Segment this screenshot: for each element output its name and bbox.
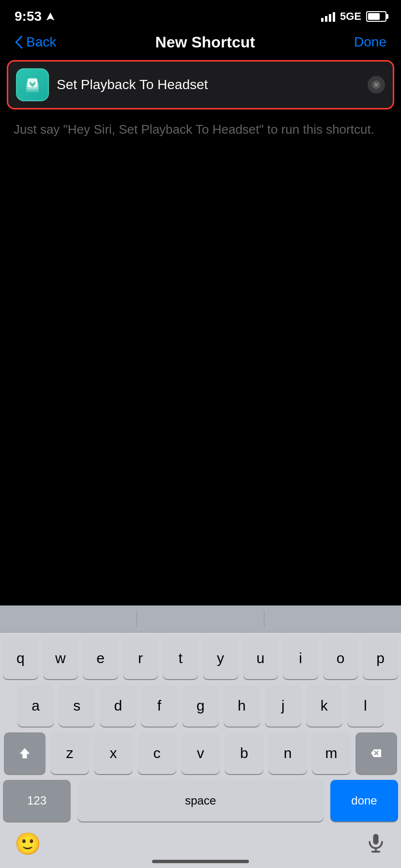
divider-1 xyxy=(137,611,137,627)
microphone-button[interactable] xyxy=(365,832,386,855)
key-m[interactable]: m xyxy=(312,732,351,774)
key-q[interactable]: q xyxy=(3,637,38,679)
key-p[interactable]: p xyxy=(363,637,398,679)
key-c[interactable]: c xyxy=(138,732,176,774)
key-i[interactable]: i xyxy=(283,637,318,679)
key-k[interactable]: k xyxy=(306,685,342,727)
backspace-key[interactable] xyxy=(355,732,397,774)
backspace-icon xyxy=(370,747,383,759)
key-u[interactable]: u xyxy=(243,637,278,679)
suggestion-bar xyxy=(0,605,401,633)
back-button[interactable]: Back xyxy=(15,34,56,50)
shortcut-card: Set Playback To Headset xyxy=(7,60,394,109)
key-row-2: a s d f g h j k l xyxy=(3,685,398,727)
status-bar: 9:53 5GE xyxy=(0,0,401,26)
location-icon xyxy=(46,12,55,21)
siri-hint: Just say "Hey Siri, Set Playback To Head… xyxy=(0,109,401,150)
key-z[interactable]: z xyxy=(50,732,89,774)
space-key[interactable]: space xyxy=(77,780,324,822)
signal-bar-4 xyxy=(333,12,335,22)
signal-bar-1 xyxy=(321,18,324,22)
shift-icon xyxy=(18,746,31,760)
key-v[interactable]: v xyxy=(181,732,220,774)
key-h[interactable]: h xyxy=(224,685,260,727)
close-icon xyxy=(372,80,381,89)
page-title: New Shortcut xyxy=(155,33,255,51)
key-y[interactable]: y xyxy=(203,637,238,679)
key-row-1: q w e r t y u i o p xyxy=(3,637,398,679)
key-b[interactable]: b xyxy=(225,732,263,774)
chevron-left-icon xyxy=(15,35,23,49)
key-w[interactable]: w xyxy=(43,637,78,679)
battery-fill xyxy=(368,13,380,20)
microphone-icon xyxy=(365,832,386,853)
status-time: 9:53 xyxy=(15,9,55,24)
keyboard-area: q w e r t y u i o p a s d f g h j k l xyxy=(0,605,401,868)
key-row-4: 123 space done xyxy=(3,780,398,822)
keyboard-keys: q w e r t y u i o p a s d f g h j k l xyxy=(0,633,401,829)
key-n[interactable]: n xyxy=(268,732,307,774)
key-e[interactable]: e xyxy=(83,637,118,679)
shortcut-icon xyxy=(16,68,49,101)
divider-2 xyxy=(264,611,264,627)
key-r[interactable]: r xyxy=(123,637,158,679)
key-a[interactable]: a xyxy=(17,685,54,727)
key-x[interactable]: x xyxy=(94,732,133,774)
key-d[interactable]: d xyxy=(100,685,136,727)
svg-rect-4 xyxy=(373,834,379,845)
key-g[interactable]: g xyxy=(182,685,218,727)
key-o[interactable]: o xyxy=(323,637,358,679)
home-indicator xyxy=(152,860,249,863)
key-t[interactable]: t xyxy=(163,637,198,679)
signal-bar-3 xyxy=(329,14,331,22)
status-icons: 5GE xyxy=(321,10,386,23)
key-l[interactable]: l xyxy=(347,685,384,727)
shortcut-name: Set Playback To Headset xyxy=(57,77,360,93)
key-j[interactable]: j xyxy=(265,685,301,727)
clear-button[interactable] xyxy=(368,76,385,93)
battery-body xyxy=(366,11,386,22)
emoji-button[interactable]: 🙂 xyxy=(15,831,41,856)
signal-bars xyxy=(321,11,335,22)
shift-key[interactable] xyxy=(4,732,46,774)
layers-icon xyxy=(23,75,42,94)
nav-bar: Back New Shortcut Done xyxy=(0,26,401,60)
keyboard-done-key[interactable]: done xyxy=(330,780,398,822)
done-button[interactable]: Done xyxy=(354,34,386,50)
key-s[interactable]: s xyxy=(59,685,95,727)
key-row-3: z x c v b n m xyxy=(3,732,398,774)
signal-bar-2 xyxy=(325,16,327,22)
battery xyxy=(366,11,386,22)
key-f[interactable]: f xyxy=(141,685,177,727)
numbers-key[interactable]: 123 xyxy=(3,780,71,822)
network-label: 5GE xyxy=(340,10,361,23)
